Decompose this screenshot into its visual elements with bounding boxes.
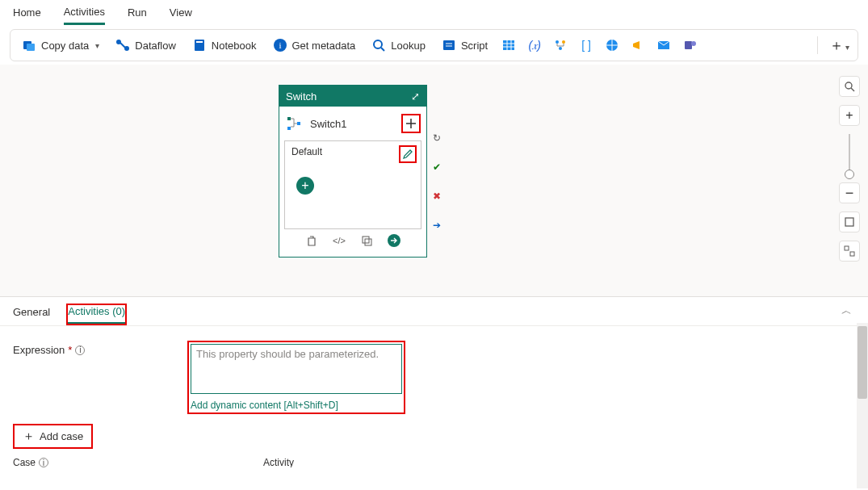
properties-panel-body: Expression * i Add dynamic content [Alt+…: [0, 326, 868, 467]
teams-icon[interactable]: [681, 37, 698, 53]
search-icon: [371, 38, 386, 52]
add-activity-inside-button[interactable]: +: [296, 177, 314, 195]
tool-notebook-label: Notebook: [212, 40, 257, 52]
svg-rect-10: [443, 40, 455, 50]
switch-activity-card[interactable]: Switch ⤢ Switch1 Default +: [279, 85, 427, 258]
svg-line-25: [851, 88, 854, 91]
brackets-icon[interactable]: [ ]: [578, 37, 594, 53]
tool-get-metadata[interactable]: i Get metadata: [266, 35, 363, 56]
toolbar-extra-icons: (𝑥) [ ]: [501, 37, 698, 53]
tool-copy-data[interactable]: Copy data ▾: [15, 35, 106, 56]
panel-scrollbar[interactable]: [857, 323, 868, 488]
tab-run[interactable]: Run: [128, 6, 147, 23]
expression-highlight: Add dynamic content [Alt+Shift+D]: [187, 341, 405, 414]
tool-dataflow-label: Dataflow: [135, 40, 176, 52]
svg-rect-26: [845, 218, 853, 226]
globe-icon[interactable]: [604, 37, 620, 53]
edit-default-button[interactable]: [400, 146, 416, 162]
svg-rect-19: [287, 117, 291, 120]
layout-button[interactable]: [839, 241, 860, 262]
tool-script[interactable]: Script: [435, 35, 494, 56]
expression-input[interactable]: [191, 344, 402, 394]
expression-label-text: Expression: [13, 344, 65, 356]
mail-icon[interactable]: [656, 37, 672, 53]
svg-rect-20: [287, 127, 291, 130]
card-action-bar: </>: [284, 229, 421, 252]
canvas-search-button[interactable]: [839, 76, 860, 97]
add-case-button[interactable]: ＋ Add case: [13, 424, 93, 449]
tool-notebook[interactable]: Notebook: [186, 35, 263, 56]
pipeline-icon[interactable]: [552, 37, 568, 53]
svg-rect-11: [503, 40, 514, 50]
copy-data-icon: [22, 38, 36, 52]
announce-icon[interactable]: [630, 37, 646, 53]
svg-rect-27: [845, 246, 849, 250]
notebook-icon: [192, 38, 207, 52]
svg-point-8: [374, 40, 382, 48]
svg-rect-22: [363, 237, 369, 243]
tool-copy-data-label: Copy data: [41, 40, 89, 52]
card-side-handles: ↻ ✔ ✖ ➔: [431, 132, 442, 231]
zoom-in-button[interactable]: +: [839, 105, 860, 126]
dataflow-icon: [115, 38, 130, 52]
variable-icon[interactable]: (𝑥): [526, 37, 543, 53]
success-handle-icon[interactable]: ✔: [431, 161, 442, 173]
info-icon[interactable]: i: [39, 458, 48, 467]
info-icon[interactable]: i: [75, 346, 85, 355]
tool-lookup-label: Lookup: [391, 40, 426, 52]
plus-icon: ＋: [23, 429, 35, 444]
skip-handle-icon[interactable]: ➔: [431, 220, 442, 231]
top-tabs: Home Activities Run View: [0, 0, 868, 26]
redo-handle-icon[interactable]: ↻: [431, 132, 442, 144]
svg-rect-17: [685, 41, 692, 49]
svg-rect-1: [27, 44, 35, 51]
chevron-down-icon: ▾: [95, 41, 99, 50]
svg-line-9: [381, 48, 384, 51]
activity-toolbar: Copy data ▾ Dataflow Notebook i Get meta…: [10, 29, 858, 61]
panel-tab-general[interactable]: General: [13, 306, 50, 323]
col-case-label: Case: [13, 457, 36, 467]
add-case-plus-button[interactable]: [402, 115, 420, 132]
tab-activities[interactable]: Activities: [64, 6, 105, 25]
grid-icon[interactable]: [501, 37, 517, 53]
tab-home[interactable]: Home: [13, 6, 41, 23]
switch-title: Switch: [286, 90, 317, 103]
required-asterisk: *: [68, 344, 72, 356]
svg-rect-23: [365, 239, 371, 245]
tool-lookup[interactable]: Lookup: [365, 35, 432, 56]
expand-icon[interactable]: ⤢: [411, 90, 420, 103]
toolbar-divider: [817, 36, 818, 54]
info-icon: i: [273, 38, 287, 52]
switch-name-label: Switch1: [310, 118, 394, 130]
svg-text:i: i: [279, 40, 281, 50]
code-icon[interactable]: </>: [333, 234, 346, 247]
svg-rect-28: [850, 252, 854, 256]
svg-point-13: [562, 40, 565, 44]
zoom-controls: + −: [839, 76, 860, 262]
add-dynamic-content-link[interactable]: Add dynamic content [Alt+Shift+D]: [191, 400, 338, 411]
zoom-slider[interactable]: [849, 134, 850, 174]
expression-label: Expression * i: [13, 341, 174, 356]
tool-dataflow[interactable]: Dataflow: [109, 35, 182, 56]
svg-point-12: [556, 40, 559, 44]
default-case-box: Default +: [284, 140, 421, 229]
tab-view[interactable]: View: [170, 6, 192, 23]
add-activity-button[interactable]: ＋▾: [826, 36, 853, 55]
fail-handle-icon[interactable]: ✖: [431, 191, 442, 202]
switch-card-header: Switch ⤢: [279, 86, 426, 107]
default-case-label: Default: [291, 146, 322, 157]
collapse-panel-button[interactable]: ︿: [841, 304, 852, 318]
svg-rect-21: [297, 122, 300, 125]
scrollbar-thumb[interactable]: [858, 326, 867, 399]
col-activity-label: Activity: [263, 457, 294, 467]
panel-tab-activities[interactable]: Activities (0): [68, 305, 125, 324]
fit-screen-button[interactable]: [839, 211, 860, 232]
zoom-out-button[interactable]: −: [839, 182, 860, 203]
delete-icon[interactable]: [305, 234, 318, 247]
pipeline-canvas[interactable]: Switch ⤢ Switch1 Default +: [0, 65, 868, 297]
copy-icon[interactable]: [360, 234, 373, 247]
properties-panel-tabs: General Activities (0) ︿: [0, 297, 868, 326]
svg-rect-5: [196, 41, 203, 43]
svg-point-14: [559, 47, 562, 50]
run-icon[interactable]: [388, 234, 400, 247]
